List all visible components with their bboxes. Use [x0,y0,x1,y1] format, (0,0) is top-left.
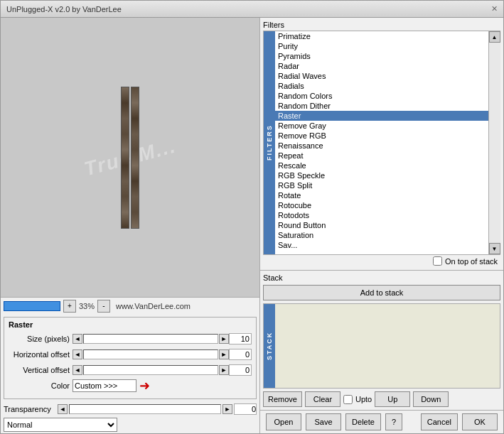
list-item[interactable]: Radial Waves [275,71,488,81]
color-label: Color [9,381,73,390]
trans-value[interactable] [234,403,257,415]
canvas-area: True M... [1,18,259,297]
list-item[interactable]: RGB Split [275,180,488,190]
raster-preview [121,87,139,229]
close-button[interactable]: ✕ [491,4,498,13]
trans-slider[interactable] [69,404,221,414]
right-panel: Filters FILTERS PrimatizePurityPyramidsR… [260,18,503,433]
list-item[interactable]: Repeat [275,151,488,161]
main-window: UnPlugged-X v2.0 by VanDerLee ✕ True M..… [0,0,504,434]
transparency-row: Transparency ◄ ► [1,402,259,416]
ok-button[interactable]: OK [462,413,498,430]
vert-slider[interactable] [83,365,218,375]
down-button[interactable]: Down [413,391,449,407]
help-button[interactable]: ? [385,413,402,430]
list-item[interactable]: Rotocube [275,200,488,210]
horiz-arrow-right[interactable]: ► [219,349,229,359]
raster-col-1 [121,87,129,229]
trans-arrow-left[interactable]: ◄ [58,404,68,414]
normal-dropdown[interactable]: Normal [4,418,117,432]
trans-arrow-right[interactable]: ► [222,404,232,414]
stack-sidebar: STACK [264,304,275,388]
list-item[interactable]: Rotodots [275,210,488,220]
filters-container: FILTERS PrimatizePurityPyramidsRadarRadi… [263,31,500,255]
list-item[interactable]: Renaissance [275,141,488,151]
stack-label: Stack [263,273,500,282]
vert-arrow-right[interactable]: ► [219,365,229,375]
vert-row: Vertical offset ◄ ► [9,363,252,377]
list-item[interactable]: Round Button [275,220,488,230]
save-button[interactable]: Save [306,413,341,430]
filters-sidebar: FILTERS [264,31,275,254]
horiz-value[interactable] [229,349,252,360]
list-item[interactable]: Remove RGB [275,131,488,141]
list-item[interactable]: Random Dither [275,101,488,111]
zoom-minus-button[interactable]: - [97,300,110,313]
vert-arrow-left[interactable]: ◄ [73,365,82,375]
raster-group-title: Raster [9,320,252,329]
transparency-label: Transparency [4,405,56,413]
on-top-label[interactable]: On top of stack [433,256,498,266]
list-item[interactable]: Radar [275,61,488,71]
stack-buttons: Remove Clear Upto Up Down [263,391,500,407]
list-item[interactable]: Sav... [275,240,488,250]
upto-checkbox[interactable] [343,395,353,404]
add-to-stack-button[interactable]: Add to stack [263,285,500,300]
clear-button[interactable]: Clear [305,391,341,407]
vert-label: Vertical offset [9,366,73,374]
size-arrow-right[interactable]: ► [219,334,229,344]
url-label: www.VanDerLee.com [116,302,191,310]
list-item[interactable]: Radials [275,81,488,91]
scroll-down-button[interactable]: ▼ [489,243,500,254]
list-item[interactable]: Pyramids [275,51,488,61]
bottom-buttons: Open Save Delete ? Cancel OK [260,410,503,433]
list-item[interactable]: RGB Speckle [275,170,488,180]
arrow-right-icon: ➜ [139,378,150,394]
size-slider[interactable] [83,334,218,344]
size-label: Size (pixels) [9,335,73,343]
stack-section: Stack Add to stack STACK Remove Clear Up… [260,270,503,410]
horiz-label: Horizontal offset [9,350,73,359]
horiz-arrow-left[interactable]: ◄ [73,349,82,359]
normal-row: Normal [1,416,259,433]
color-row: Color ➜ [9,379,252,393]
main-content: True M... + 33% - www.VanDerLee.com Rast… [1,18,503,433]
bottom-bar: + 33% - www.VanDerLee.com [1,297,259,314]
size-value[interactable] [229,333,252,345]
zoom-level: 33% [79,302,95,310]
list-item[interactable]: Rotate [275,190,488,200]
color-dropdown[interactable] [73,379,136,392]
list-item[interactable]: Rescale [275,161,488,170]
list-item[interactable]: Saturation [275,230,488,240]
zoom-plus-button[interactable]: + [63,300,76,313]
open-button[interactable]: Open [266,413,301,430]
delete-button[interactable]: Delete [345,413,381,430]
size-row: Size (pixels) ◄ ► [9,332,252,346]
horiz-slider[interactable] [83,349,218,359]
raster-group: Raster Size (pixels) ◄ ► Horizontal offs… [4,317,257,399]
remove-button[interactable]: Remove [263,391,302,407]
up-button[interactable]: Up [375,391,410,407]
on-top-row: On top of stack [263,255,500,267]
list-item[interactable]: Purity [275,41,488,51]
list-item[interactable]: Raster [275,111,488,121]
filters-section: Filters FILTERS PrimatizePurityPyramidsR… [260,18,503,270]
vert-value[interactable] [229,364,252,376]
title-bar: UnPlugged-X v2.0 by VanDerLee ✕ [1,1,503,18]
list-item[interactable]: Remove Gray [275,121,488,131]
list-item[interactable]: Primatize [275,31,488,41]
size-arrow-left[interactable]: ◄ [73,334,82,344]
stack-list[interactable] [275,304,500,388]
window-title: UnPlugged-X v2.0 by VanDerLee [6,5,122,13]
scroll-track[interactable] [489,43,500,243]
scroll-up-button[interactable]: ▲ [489,31,500,43]
stack-list-container: STACK [263,303,500,389]
upto-label[interactable]: Upto [343,395,372,404]
left-panel: True M... + 33% - www.VanDerLee.com Rast… [1,18,260,433]
progress-bar [4,301,60,311]
filters-list[interactable]: PrimatizePurityPyramidsRadarRadial Waves… [275,31,488,254]
cancel-button[interactable]: Cancel [421,413,458,430]
list-item[interactable]: Random Colors [275,91,488,101]
raster-col-2 [131,87,139,229]
on-top-checkbox[interactable] [433,256,442,266]
